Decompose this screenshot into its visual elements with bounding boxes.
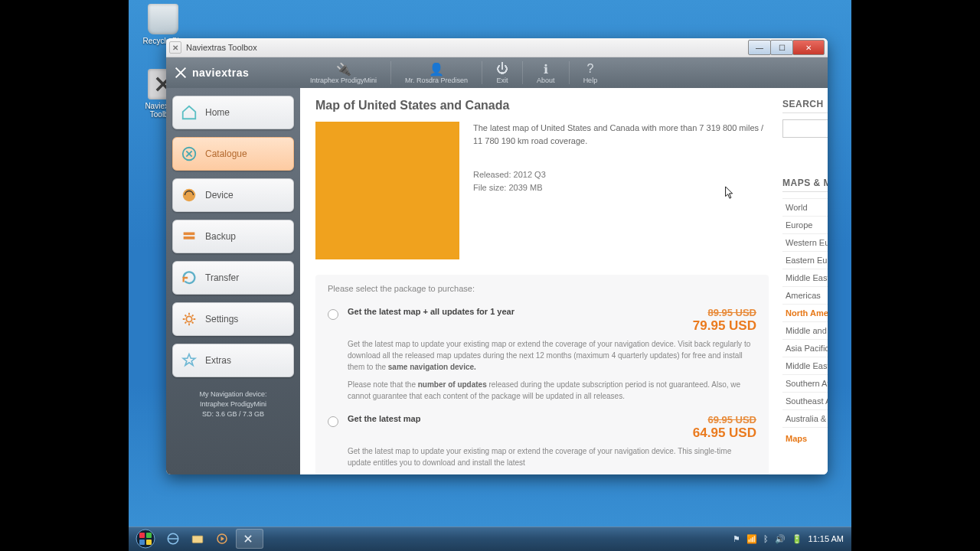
region-list-item[interactable]: Asia Pacific and Oceania [782, 340, 828, 357]
regions-sub-heading: Maps [782, 428, 828, 446]
region-list-item[interactable]: Southern Africa [782, 375, 828, 393]
svg-rect-6 [139, 533, 145, 538]
toolbar-item-label: Help [583, 77, 598, 84]
region-list-item[interactable]: North America [782, 305, 828, 322]
svg-point-5 [136, 530, 155, 548]
region-list-item[interactable]: Southeast Asia [782, 393, 828, 410]
package-option: Get the latest map + all updates for 1 y… [328, 301, 756, 408]
region-list: WorldEuropeWestern EuropeEastern EuropeM… [782, 198, 828, 428]
taskbar-app-button[interactable] [236, 529, 263, 549]
sidebar-item-catalogue[interactable]: Catalogue [172, 137, 294, 171]
search-panel-header: SEARCH CATALOG [782, 99, 828, 113]
transfer-icon [181, 269, 198, 286]
product-thumbnail [315, 122, 459, 259]
region-list-item[interactable]: Middle East and Africa [782, 269, 828, 287]
recycle-bin-icon [148, 4, 178, 34]
package-panel: Please select the package to purchase: G… [315, 275, 769, 474]
window-maximize-button[interactable]: ☐ [770, 40, 793, 55]
product-filesize: File size: 2039 MB [473, 181, 769, 194]
device-icon [181, 187, 198, 204]
tray-battery-icon[interactable]: 🔋 [792, 534, 802, 544]
region-list-item[interactable]: Americas [782, 287, 828, 305]
svg-point-4 [186, 316, 191, 321]
region-list-item[interactable]: Western Europe [782, 234, 828, 252]
package-option: Get the latest map 69.95 USD 64.95 USD G… [328, 408, 756, 474]
region-list-item[interactable]: Eastern Europe [782, 252, 828, 269]
toolbar-item-label: About [537, 77, 555, 84]
package-radio[interactable] [328, 416, 338, 427]
package-radio[interactable] [328, 309, 338, 320]
toolbar-item-label: Intraphex ProdigyMini [310, 77, 377, 84]
tray-volume-icon[interactable]: 🔊 [775, 534, 786, 544]
window-titlebar[interactable]: ✕ Naviextras Toolbox — ☐ ✕ [166, 38, 828, 57]
brand-label: naviextras [192, 67, 249, 79]
sidebar-item-transfer[interactable]: Transfer [172, 261, 294, 295]
window-minimize-button[interactable]: — [748, 40, 771, 55]
sidebar-item-label: Device [205, 190, 234, 201]
regions-panel-title: MAPS & MORE [782, 178, 828, 188]
sidebar-item-label: Home [205, 107, 230, 118]
toolbar-item-device[interactable]: 🔌 Intraphex ProdigyMini [296, 61, 390, 84]
tray-clock[interactable]: 11:15 AM [808, 534, 844, 543]
sidebar-item-home[interactable]: Home [172, 96, 294, 129]
region-list-item[interactable]: Middle East [782, 357, 828, 375]
package-title: Get the latest map + all updates for 1 y… [348, 307, 514, 331]
sidebar: Home Catalogue Device [166, 88, 300, 474]
sidebar-item-device[interactable]: Device [172, 178, 294, 212]
toolbar-item-about[interactable]: ℹ About [523, 61, 569, 84]
price-new: 64.95 USD [688, 425, 756, 441]
help-icon: ? [583, 61, 598, 77]
taskbar-media-icon[interactable] [211, 530, 233, 548]
svg-rect-8 [139, 540, 145, 545]
sidebar-item-settings[interactable]: Settings [172, 302, 294, 336]
sidebar-item-label: Catalogue [205, 148, 247, 159]
page-title: Map of United States and Canada [315, 99, 769, 112]
package-title: Get the latest map [348, 414, 420, 438]
region-list-item[interactable]: Europe [782, 217, 828, 234]
plug-icon: 🔌 [310, 61, 377, 77]
catalogue-icon [181, 145, 198, 162]
toolbar-item-label: Exit [496, 77, 508, 84]
tray-bluetooth-icon[interactable]: ᛒ [763, 534, 769, 543]
taskbar-explorer-icon[interactable] [187, 530, 208, 548]
price-old: 69.95 USD [688, 414, 756, 425]
toolbar-item-exit[interactable]: ⏻ Exit [482, 61, 522, 84]
region-list-item[interactable]: Middle and South America [782, 322, 828, 340]
sidebar-item-label: Transfer [205, 272, 239, 283]
device-info-line: My Navigation device: [172, 390, 294, 399]
tray-flag-icon[interactable]: ⚑ [733, 534, 740, 544]
region-list-item[interactable]: World [782, 199, 828, 217]
package-price-block: 89.95 USD 79.95 USD [688, 307, 756, 334]
svg-rect-9 [146, 540, 152, 545]
app-icon: ✕ [169, 41, 181, 54]
start-button[interactable] [132, 528, 159, 549]
search-input[interactable] [782, 119, 828, 138]
package-panel-header: Please select the package to purchase: [328, 284, 756, 293]
svg-rect-7 [146, 533, 152, 538]
svg-rect-3 [184, 236, 195, 240]
search-panel-title: SEARCH [782, 99, 824, 109]
toolbar-item-help[interactable]: ? Help [570, 61, 612, 84]
window-close-button[interactable]: ✕ [792, 40, 825, 55]
star-icon [181, 352, 198, 369]
product-released: Released: 2012 Q3 [473, 168, 769, 181]
app-body: Home Catalogue Device [166, 88, 828, 474]
backup-icon [181, 228, 198, 245]
product-description-block: The latest map of United States and Cana… [473, 122, 769, 259]
region-list-item[interactable]: Australia & New Zealand [782, 410, 828, 428]
regions-panel-header: MAPS & MORE BROWSE [782, 178, 828, 192]
package-price-block: 69.95 USD 64.95 USD [688, 414, 756, 441]
sidebar-item-extras[interactable]: Extras [172, 344, 294, 377]
app-window: ✕ Naviextras Toolbox — ☐ ✕ naviextras 🔌 … [166, 38, 828, 474]
sidebar-item-backup[interactable]: Backup [172, 220, 294, 253]
window-title: Naviextras Toolbox [186, 43, 257, 52]
main-content[interactable]: Map of United States and Canada The late… [300, 88, 828, 474]
package-description: Get the latest map to update your existi… [348, 445, 756, 468]
device-info-line: Intraphex ProdigyMini [172, 399, 294, 409]
tray-network-icon[interactable]: 📶 [746, 534, 757, 544]
toolbar-item-user[interactable]: 👤 Mr. Rosdra Predisen [391, 61, 482, 84]
svg-rect-11 [192, 536, 203, 543]
taskbar-ie-icon[interactable] [162, 530, 184, 548]
system-tray[interactable]: ⚑ 📶 ᛒ 🔊 🔋 11:15 AM [733, 534, 848, 544]
device-info-line: SD: 3.6 GB / 7.3 GB [172, 409, 294, 419]
